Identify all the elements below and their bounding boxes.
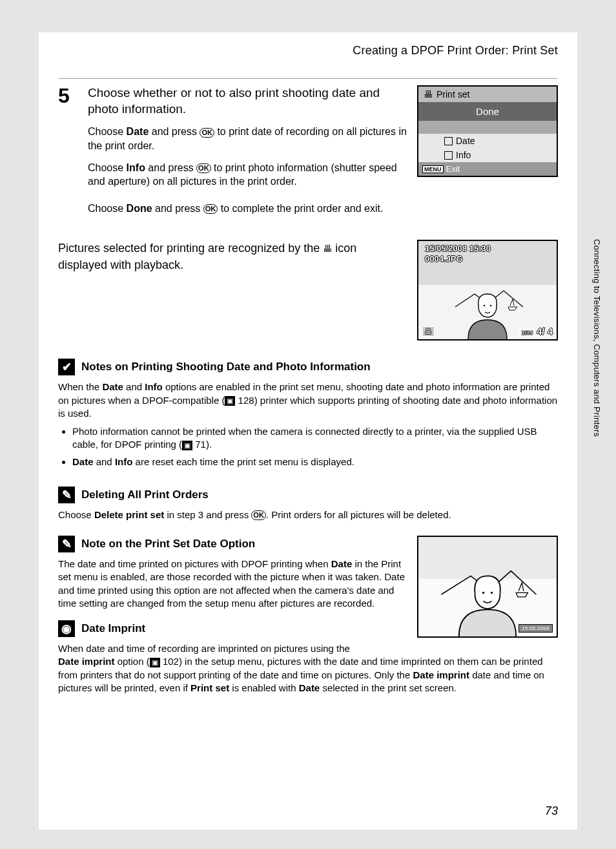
print-icon: 🖶 <box>424 89 433 100</box>
date-stamp: 15.05.2008 <box>518 624 553 633</box>
svg-point-5 <box>491 592 493 594</box>
lcd-date-imprint-preview: 15.05.2008 <box>417 536 558 638</box>
step-para-info: Choose Info and press OK to print photo … <box>88 161 409 189</box>
svg-point-4 <box>482 592 484 594</box>
dateimprint-heading: Date Imprint <box>81 622 145 635</box>
page-content: Creating a DPOF Print Order: Print Set 5… <box>39 32 577 830</box>
print-order-icon: 🖶 <box>323 242 332 255</box>
page-number: 73 <box>545 804 558 818</box>
page-ref-icon: ▣ <box>225 396 235 406</box>
dateimprint-body-b: Date imprint option (▣ 102) in the setup… <box>58 655 558 695</box>
lcd-gap <box>418 121 557 134</box>
print-order-badge-icon: 🖶 <box>422 326 435 337</box>
dateimprint-heading-row: ◉ Date Imprint <box>58 620 408 637</box>
pencil-icon: ✎ <box>58 536 75 552</box>
lcd-info-checkbox: Info <box>418 148 557 162</box>
svg-point-1 <box>484 305 486 307</box>
ok-button-icon: OK <box>251 510 266 520</box>
dateimprint-body-a: When date and time of recording are impr… <box>58 642 408 655</box>
date-option-block: ✎ Note on the Print Set Date Option The … <box>58 536 558 655</box>
ok-button-icon: OK <box>203 204 218 214</box>
size-badge: 10M <box>519 329 535 337</box>
lightbulb-icon: ◉ <box>58 620 75 637</box>
menu-icon: MENU <box>422 165 444 173</box>
ok-button-icon: OK <box>196 163 211 173</box>
lcd-playback-preview: 15/05/2008 15:30 0004.JPG 🖶 10M 4/ 4 <box>417 240 558 341</box>
step-para-date: Choose Date and press OK to print date o… <box>88 125 409 152</box>
playback-text: Pictures selected for printing are recog… <box>58 240 408 273</box>
step-5: 5 Choose whether or not to also print sh… <box>58 85 558 196</box>
ok-button-icon: OK <box>200 128 214 138</box>
lcd-exit-row: MENU Exit <box>418 162 557 176</box>
lcd-counter: 4/ 4 <box>537 326 553 337</box>
dateopt-body: The date and time printed on pictures wi… <box>58 558 408 610</box>
notes-heading: Notes on Printing Shooting Date and Phot… <box>81 361 371 373</box>
pencil-icon: ✎ <box>58 487 75 503</box>
notes-bullet-list: Photo information cannot be printed when… <box>58 425 558 468</box>
dateopt-heading-row: ✎ Note on the Print Set Date Option <box>58 536 408 552</box>
step-para-done: Choose Done and press OK to complete the… <box>88 202 558 216</box>
notes-body: When the Date and Info options are enabl… <box>58 381 558 420</box>
deleting-body: Choose Delete print set in step 3 and pr… <box>58 508 558 521</box>
playback-recognition-row: Pictures selected for printing are recog… <box>58 240 558 341</box>
step-number: 5 <box>58 85 76 196</box>
step-title: Choose whether or not to also print shoo… <box>88 85 409 117</box>
dateopt-heading: Note on the Print Set Date Option <box>81 538 255 550</box>
list-item: Date and Info are reset each time the pr… <box>72 456 558 468</box>
lcd-date-checkbox: Date <box>418 134 557 148</box>
deleting-heading: Deleting All Print Orders <box>81 488 209 501</box>
svg-point-2 <box>490 305 492 307</box>
section-title: Creating a DPOF Print Order: Print Set <box>58 44 558 58</box>
divider <box>58 78 558 79</box>
lcd-header: 🖶 Print set <box>418 87 557 102</box>
side-section-label: Connecting to Televisions, Computers and… <box>592 239 602 437</box>
list-item: Photo information cannot be printed when… <box>72 425 558 452</box>
lcd-done-row: Done <box>418 102 557 121</box>
lcd-timestamp: 15/05/2008 15:30 0004.JPG <box>425 244 491 264</box>
page-ref-icon: ▣ <box>182 441 192 450</box>
notes-heading-row: ✔ Notes on Printing Shooting Date and Ph… <box>58 359 558 375</box>
page-ref-icon: ▣ <box>150 658 160 667</box>
lcd-print-set-screen: 🖶 Print set Done Date Info MENU Exit <box>417 85 558 177</box>
check-icon: ✔ <box>58 359 75 375</box>
deleting-heading-row: ✎ Deleting All Print Orders <box>58 487 558 503</box>
